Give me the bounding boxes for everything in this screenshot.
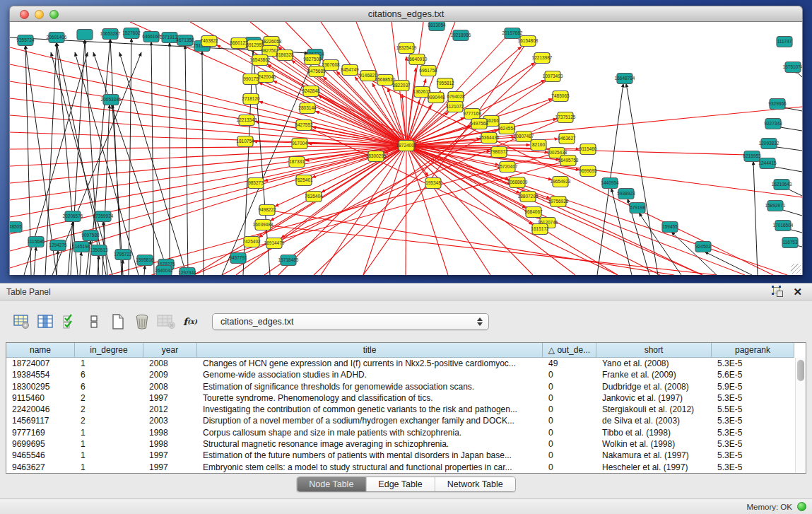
table-cell[interactable]: 5.3E-5 bbox=[712, 392, 794, 404]
network-node[interactable]: 7485063 bbox=[551, 91, 570, 102]
float-window-icon[interactable] bbox=[773, 287, 783, 297]
column-chooser-icon[interactable] bbox=[35, 312, 57, 332]
network-node[interactable]: 8215953 bbox=[743, 151, 761, 162]
network-node[interactable]: 17016504 bbox=[773, 221, 794, 231]
table-cell[interactable]: 49 bbox=[543, 358, 596, 369]
network-node[interactable]: 10973493 bbox=[543, 71, 563, 82]
table-cell[interactable]: 5.3E-5 bbox=[712, 358, 794, 369]
table-cell[interactable]: Changes of HCN gene expression and I(f) … bbox=[197, 358, 543, 369]
network-node[interactable]: 2718120 bbox=[242, 94, 260, 105]
table-cell[interactable]: 0 bbox=[543, 438, 596, 450]
node-table[interactable]: namein_degreeyeartitle△ out_de...shortpa… bbox=[6, 342, 806, 474]
network-node[interactable]: 20206576 bbox=[63, 211, 83, 222]
network-node[interactable]: 15720407 bbox=[498, 162, 518, 173]
network-node[interactable]: 1810754 bbox=[236, 136, 254, 147]
row-height-icon[interactable] bbox=[83, 312, 105, 332]
table-cell[interactable]: Corpus callosum shape and size in male p… bbox=[197, 427, 543, 438]
table-row[interactable]: 1938455462009Genome-wide association stu… bbox=[6, 369, 806, 380]
network-node[interactable]: 17375125 bbox=[555, 112, 576, 123]
network-node[interactable]: 9227343 bbox=[764, 119, 782, 129]
table-cell[interactable]: 0 bbox=[543, 369, 596, 380]
table-cell[interactable]: 1997 bbox=[143, 462, 197, 473]
table-cell[interactable]: 1997 bbox=[143, 450, 197, 461]
table-cell[interactable]: 2003 bbox=[143, 415, 197, 426]
table-cell[interactable]: 0 bbox=[543, 392, 596, 404]
network-node[interactable]: 18325419 bbox=[396, 43, 417, 54]
network-node[interactable]: 6794028 bbox=[447, 92, 465, 103]
network-node[interactable]: 679198 bbox=[630, 203, 645, 214]
table-row[interactable]: 911546021997Tourette syndrome. Phenomeno… bbox=[6, 392, 806, 404]
table-cell[interactable]: Tourette syndrome. Phenomenology and cla… bbox=[197, 392, 543, 404]
network-node[interactable]: 548505 bbox=[10, 222, 22, 233]
table-row[interactable]: 946362711997Embryonic stem cells: a mode… bbox=[6, 462, 806, 473]
table-cell[interactable]: 0 bbox=[543, 462, 596, 473]
network-node[interactable]: 4671358 bbox=[176, 35, 194, 46]
network-node[interactable]: 9242848 bbox=[302, 86, 320, 97]
table-cell[interactable]: 14569117 bbox=[6, 415, 75, 426]
table-cell[interactable]: Embryonic stem cells: a model to study s… bbox=[197, 462, 543, 473]
network-node[interactable]: 18807293 bbox=[518, 192, 539, 202]
table-cell[interactable]: 1998 bbox=[143, 438, 197, 450]
table-cell[interactable]: 19384554 bbox=[6, 369, 75, 380]
table-row[interactable]: 969969511998Structural magnetic resonanc… bbox=[6, 438, 806, 450]
network-node[interactable]: 187331 bbox=[289, 157, 305, 168]
column-header[interactable]: short bbox=[596, 343, 712, 357]
network-node[interactable]: 990175 bbox=[243, 74, 259, 85]
network-node[interactable]: 9115460 bbox=[579, 144, 597, 155]
network-node[interactable]: 19756928 bbox=[548, 197, 569, 207]
table-cell[interactable]: 5.5E-5 bbox=[712, 404, 794, 415]
network-node[interactable]: 7955812 bbox=[436, 78, 454, 89]
network-node[interactable]: 7986372 bbox=[490, 147, 508, 158]
network-node[interactable]: 924502 bbox=[695, 242, 711, 252]
network-node[interactable]: 20157682 bbox=[502, 28, 523, 39]
network-node[interactable]: 20053346 bbox=[101, 95, 122, 105]
select-columns-check-icon[interactable] bbox=[59, 312, 81, 332]
column-header[interactable]: △ out_de... bbox=[543, 343, 596, 357]
table-cell[interactable]: 1 bbox=[75, 462, 143, 473]
network-node[interactable]: 16640910 bbox=[407, 54, 428, 65]
network-node[interactable]: 1595816 bbox=[136, 255, 154, 266]
table-cell[interactable]: 9465546 bbox=[6, 450, 75, 461]
network-graph[interactable]: 1830029593557242069140610653287152760264… bbox=[10, 22, 802, 275]
table-cell[interactable]: 2012 bbox=[143, 404, 197, 415]
column-header[interactable]: in_degree bbox=[75, 343, 143, 357]
network-node[interactable]: 159455 bbox=[662, 222, 678, 233]
table-cell[interactable]: Yano et al. (2008) bbox=[596, 358, 712, 369]
network-node[interactable]: 9827508 bbox=[303, 54, 322, 65]
table-cell[interactable]: 1 bbox=[75, 450, 143, 461]
network-view-window[interactable]: citations_edges.txt 18300295935572420691… bbox=[9, 6, 803, 275]
table-cell[interactable]: 0 bbox=[543, 404, 596, 415]
network-node[interactable]: 8822037 bbox=[392, 81, 411, 91]
close-window-icon[interactable] bbox=[20, 10, 29, 19]
table-cell[interactable]: 6 bbox=[75, 369, 143, 380]
table-cell[interactable]: 5.3E-5 bbox=[712, 438, 794, 450]
resize-grip-icon[interactable] bbox=[791, 264, 801, 274]
network-node[interactable]: 3624554 bbox=[498, 124, 516, 134]
network-node[interactable]: 1350513 bbox=[90, 245, 108, 256]
network-node[interactable]: 20691406 bbox=[47, 33, 67, 43]
network-node[interactable]: 16648784 bbox=[615, 74, 635, 84]
table-cell[interactable]: 2008 bbox=[143, 381, 197, 392]
column-header[interactable]: pagerank bbox=[712, 343, 794, 357]
table-row[interactable]: 1830029562008Estimation of significance … bbox=[6, 381, 806, 392]
table-cell[interactable]: Dudbridge et al. (2008) bbox=[596, 381, 712, 392]
network-node[interactable]: 6466160 bbox=[142, 32, 160, 42]
table-cell[interactable]: 5.9E-5 bbox=[712, 381, 794, 392]
network-node[interactable]: 19218986 bbox=[451, 30, 471, 41]
delete-trash-icon[interactable] bbox=[131, 312, 153, 332]
table-cell[interactable]: Hescheler et al. (1997) bbox=[596, 462, 712, 473]
network-node[interactable] bbox=[77, 30, 93, 40]
network-node[interactable]: 19654923 bbox=[551, 177, 571, 187]
network-node[interactable]: 18724007 bbox=[396, 141, 417, 151]
table-cell[interactable]: 1997 bbox=[143, 392, 197, 404]
table-row[interactable]: 946554611997Estimation of the future num… bbox=[6, 450, 806, 461]
network-node[interactable]: 16914479 bbox=[264, 238, 285, 249]
table-cell[interactable]: 9115460 bbox=[6, 392, 75, 404]
network-node[interactable]: 1121072 bbox=[447, 102, 464, 112]
network-node[interactable]: 12093832 bbox=[759, 139, 779, 149]
table-cell[interactable]: 0 bbox=[543, 381, 596, 392]
network-node[interactable]: 1294275 bbox=[49, 240, 67, 251]
network-node[interactable]: 6497568 bbox=[470, 119, 488, 129]
network-node[interactable]: 1115686 bbox=[28, 237, 45, 247]
table-cell[interactable]: 1998 bbox=[143, 427, 197, 438]
